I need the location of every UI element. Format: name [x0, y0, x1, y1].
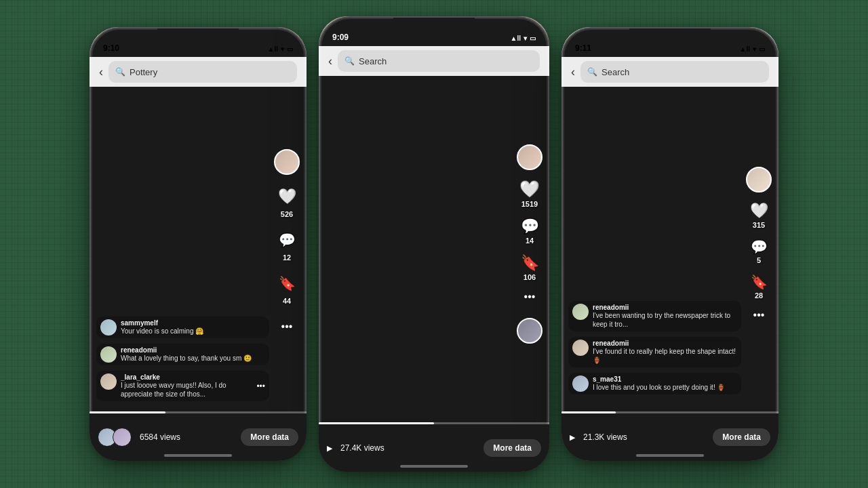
- phone3-action-icons: 🤍 315 💬 5 🔖 28 •••: [746, 167, 772, 321]
- phone2-save-button[interactable]: 🔖 106: [521, 254, 539, 281]
- phone2-search-input[interactable]: 🔍 Search: [338, 50, 540, 72]
- search-icon: 🔍: [115, 67, 125, 77]
- signal-icon: ▲ll: [740, 45, 750, 53]
- phone2-like-button[interactable]: 🤍 1519: [519, 180, 540, 208]
- phone2-play-icon[interactable]: ▶: [327, 444, 332, 453]
- phone3-views: 21.3K views: [583, 432, 627, 442]
- signal-icon: ▲ll: [511, 35, 521, 42]
- phone2-creator-avatar[interactable]: [517, 144, 542, 170]
- phone2-more-data-button[interactable]: More data: [484, 439, 541, 457]
- search-icon: 🔍: [587, 67, 597, 77]
- battery-icon: ▭: [530, 35, 536, 42]
- phone2-more-button[interactable]: •••: [524, 291, 536, 303]
- reaction-heart-icon: ❤: [351, 325, 362, 336]
- phone2-search-bar: ‹ 🔍 Search: [319, 46, 549, 76]
- phone3-comment-button[interactable]: 💬 5: [751, 239, 768, 264]
- phone3-more-data-button[interactable]: More data: [713, 428, 770, 446]
- phone3-more-button[interactable]: •••: [753, 309, 765, 321]
- phone2-search-text: Search: [359, 56, 387, 66]
- phone3-like-button[interactable]: 🤍 315: [750, 202, 768, 229]
- phone2-comment-button[interactable]: 💬 14: [521, 218, 539, 245]
- wifi-icon: ▾: [753, 45, 756, 53]
- phone2-home-indicator: [400, 465, 468, 468]
- phone1-video-bg: 9:10 ▲ll ▾ ▭ ‹ 🔍 Pottery this is part tw…: [90, 27, 307, 461]
- phone1-views: 6584 views: [140, 432, 180, 442]
- phone2-bottom-avatar[interactable]: [517, 318, 542, 344]
- comment-row-2: reneadomii What a lovely thing to say, t…: [96, 344, 269, 365]
- phone1-stacked-icon: [99, 285, 118, 300]
- phone3-save-button[interactable]: 🔖 28: [751, 274, 768, 300]
- phone1-more-data-button[interactable]: More data: [241, 428, 298, 446]
- comment-row-1: sammymelf Your video is so calming 🤗: [96, 317, 269, 338]
- phone3-home-indicator: [636, 454, 704, 457]
- phone1-search-bar: ‹ 🔍 Pottery: [90, 57, 307, 87]
- phone3-creator-avatar[interactable]: [746, 167, 772, 192]
- phone1-creator-avatar[interactable]: [274, 149, 300, 175]
- phone1-save-button[interactable]: 🔖 44: [275, 271, 299, 305]
- phone1-search-text: Pottery: [130, 67, 157, 77]
- wifi-icon: ▾: [281, 45, 284, 53]
- wifi-icon: ▾: [524, 35, 527, 42]
- phone3-search-text: Search: [601, 67, 629, 77]
- phone1-status-bar: 9:10 ▲ll ▾ ▭: [90, 27, 307, 57]
- phone1-bottom-avatars: [98, 428, 132, 447]
- phone1-status-time: 9:10: [103, 43, 119, 53]
- phone-1: 9:10 ▲ll ▾ ▭ ‹ 🔍 Pottery this is part tw…: [90, 27, 307, 461]
- phone2-video-bg: 9:09 ▲ll ▾ ▭ ‹ 🔍 Search ❤: [319, 16, 549, 472]
- phone1-search-input[interactable]: 🔍 Pottery: [108, 61, 297, 83]
- phone2-action-icons: 🤍 1519 💬 14 🔖 106 •••: [517, 144, 542, 344]
- battery-icon: ▭: [287, 45, 293, 53]
- phone3-search-bar: ‹ 🔍 Search: [561, 57, 778, 87]
- reaction-heart-icon: ❤: [346, 285, 357, 296]
- phone1-overlay-text: this is part two of experimenting with d…: [117, 183, 269, 236]
- phone2-status-time: 9:09: [332, 33, 349, 42]
- signal-icon: ▲ll: [268, 45, 278, 53]
- phone1-back-button[interactable]: ‹: [99, 65, 103, 79]
- phone2-back-button[interactable]: ‹: [328, 54, 332, 68]
- phone2-reaction-2: ❤: [328, 267, 357, 296]
- phone3-play-icon[interactable]: ▶: [570, 433, 575, 442]
- phone2-reaction-1: ❤: [339, 226, 368, 255]
- phone3-status-time: 9:11: [575, 43, 591, 53]
- phone3-overlay-text: throwing whatever is left IN THE BAG: [589, 176, 741, 201]
- comment-3-dots[interactable]: •••: [256, 382, 265, 391]
- phone1-action-icons: 🤍 526 💬 12 🔖 44: [274, 149, 300, 339]
- phone2-status-bar: 9:09 ▲ll ▾ ▭: [319, 16, 549, 46]
- phone3-comment-row-3: s_mae31 I love this and you look so pret…: [568, 373, 741, 394]
- phone3-back-button[interactable]: ‹: [571, 65, 575, 79]
- phone3-video-bg: 9:11 ▲ll ▾ ▭ ‹ 🔍 Search throwing whateve…: [561, 27, 778, 461]
- phone2-reaction-3: ❤: [334, 308, 362, 336]
- phone1-like-button[interactable]: 🤍 526: [275, 184, 299, 218]
- phone-3: 9:11 ▲ll ▾ ▭ ‹ 🔍 Search throwing whateve…: [561, 27, 778, 461]
- phone3-status-bar: 9:11 ▲ll ▾ ▭: [561, 27, 778, 57]
- phone1-home-indicator: [164, 454, 232, 457]
- phone1-comment-button[interactable]: 💬 12: [275, 228, 299, 262]
- phone3-status-icons: ▲ll ▾ ▭: [740, 45, 765, 53]
- phone3-comment-row-1: reneadomii I've been wanting to try the …: [568, 301, 741, 331]
- battery-icon: ▭: [759, 45, 765, 53]
- comment-row-3: _lara_clarke I just looove wavy mugs!! A…: [96, 371, 269, 401]
- phone2-status-icons: ▲ll ▾ ▭: [511, 35, 536, 42]
- phone3-comment-row-2: reneadomii I've found it to really help …: [568, 337, 741, 367]
- phone3-comments-overlay: reneadomii I've been wanting to try the …: [568, 301, 741, 400]
- reaction-heart-icon: ❤: [357, 244, 368, 255]
- phone-2: 9:09 ▲ll ▾ ▭ ‹ 🔍 Search ❤: [319, 16, 549, 472]
- phone1-status-icons: ▲ll ▾ ▭: [268, 45, 293, 53]
- phone1-more-button[interactable]: •••: [275, 314, 299, 339]
- phone1-comments-overlay: sammymelf Your video is so calming 🤗 ren…: [96, 317, 269, 407]
- phone3-search-input[interactable]: 🔍 Search: [580, 61, 769, 83]
- search-icon: 🔍: [344, 56, 355, 66]
- phone2-views: 27.4K views: [340, 443, 384, 453]
